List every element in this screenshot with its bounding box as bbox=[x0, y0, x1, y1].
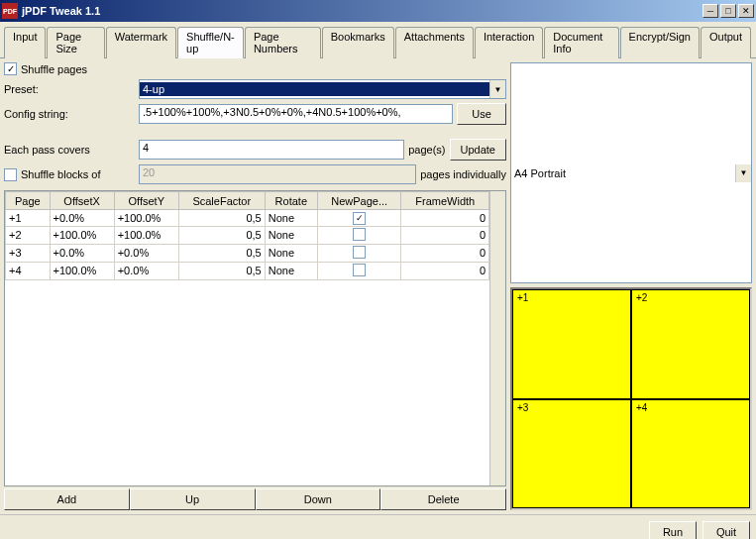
shuffle-blocks-input: 20 bbox=[139, 164, 416, 184]
pages-label: page(s) bbox=[408, 144, 445, 156]
tab-interaction[interactable]: Interaction bbox=[475, 27, 543, 58]
footer: Run Quit bbox=[0, 514, 756, 539]
tab-watermark[interactable]: Watermark bbox=[106, 27, 176, 58]
tab-encrypt-sign[interactable]: Encrypt/Sign bbox=[620, 27, 700, 58]
tab-bookmarks[interactable]: Bookmarks bbox=[322, 27, 394, 58]
shuffle-blocks-label: Shuffle blocks of bbox=[21, 168, 135, 180]
config-string-input[interactable]: .5+100%+100%,+3N0.5+0%+0%,+4N0.5+100%+0%… bbox=[139, 104, 453, 124]
preset-value: 4-up bbox=[140, 82, 489, 96]
each-pass-label: Each pass covers bbox=[4, 144, 135, 156]
tab-bar: Input Page Size Watermark Shuffle/N-up P… bbox=[0, 22, 756, 58]
shuffle-pages-checkbox[interactable]: ✓ bbox=[4, 62, 17, 75]
app-icon: PDF bbox=[2, 3, 18, 19]
shuffle-table: Page OffsetX OffsetY ScaleFactor Rotate … bbox=[4, 190, 506, 486]
table-row[interactable]: +2+100.0%+100.0%0,5None0 bbox=[6, 226, 489, 244]
newpage-checkbox[interactable] bbox=[353, 264, 366, 276]
use-button[interactable]: Use bbox=[457, 103, 506, 125]
col-framewidth[interactable]: FrameWidth bbox=[401, 192, 489, 210]
quit-button[interactable]: Quit bbox=[702, 521, 750, 539]
titlebar: PDF jPDF Tweak 1.1 ─ □ ✕ bbox=[0, 0, 756, 22]
update-button[interactable]: Update bbox=[450, 139, 506, 161]
close-button[interactable]: ✕ bbox=[738, 4, 754, 18]
table-row[interactable]: +3+0.0%+0.0%0,5None0 bbox=[6, 244, 489, 262]
minimize-button[interactable]: ─ bbox=[702, 4, 718, 18]
add-button[interactable]: Add bbox=[4, 488, 130, 510]
config-string-label: Config string: bbox=[4, 108, 135, 120]
maximize-button[interactable]: □ bbox=[720, 4, 736, 18]
each-pass-input[interactable]: 4 bbox=[139, 140, 404, 160]
shuffle-blocks-checkbox[interactable] bbox=[4, 168, 17, 181]
chevron-down-icon[interactable]: ▼ bbox=[489, 80, 505, 98]
tab-attachments[interactable]: Attachments bbox=[395, 27, 474, 58]
preview-cell-1: +1 bbox=[512, 289, 631, 399]
newpage-checkbox[interactable]: ✓ bbox=[353, 212, 366, 225]
tab-shuffle-nup[interactable]: Shuffle/N-up bbox=[177, 27, 244, 58]
preview-cell-3: +3 bbox=[512, 399, 631, 509]
page-format-value: A4 Portrait bbox=[511, 166, 735, 180]
tab-input[interactable]: Input bbox=[4, 27, 46, 58]
col-rotate[interactable]: Rotate bbox=[265, 192, 317, 210]
page-format-dropdown[interactable]: A4 Portrait ▼ bbox=[510, 62, 752, 283]
pages-individually-label: pages individually bbox=[420, 168, 506, 180]
chevron-down-icon[interactable]: ▼ bbox=[735, 164, 751, 182]
col-newpage[interactable]: NewPage... bbox=[317, 192, 401, 210]
window-title: jPDF Tweak 1.1 bbox=[22, 5, 701, 17]
preview-cell-4: +4 bbox=[631, 399, 750, 509]
delete-button[interactable]: Delete bbox=[380, 488, 506, 510]
preview-cell-2: +2 bbox=[631, 289, 750, 399]
table-row[interactable]: +4+100.0%+0.0%0,5None0 bbox=[6, 262, 489, 279]
shuffle-pages-label: Shuffle pages bbox=[21, 63, 87, 75]
newpage-checkbox[interactable] bbox=[353, 246, 366, 259]
col-page[interactable]: Page bbox=[6, 192, 51, 210]
col-offsetx[interactable]: OffsetX bbox=[50, 192, 114, 210]
run-button[interactable]: Run bbox=[649, 521, 697, 539]
tab-page-numbers[interactable]: Page Numbers bbox=[245, 27, 321, 58]
col-scalefactor[interactable]: ScaleFactor bbox=[178, 192, 265, 210]
preset-dropdown[interactable]: 4-up ▼ bbox=[139, 79, 506, 99]
preset-label: Preset: bbox=[4, 83, 135, 95]
newpage-checkbox[interactable] bbox=[353, 228, 366, 241]
tab-output[interactable]: Output bbox=[701, 27, 751, 58]
table-row[interactable]: +1+0.0%+100.0%0,5None✓0 bbox=[6, 210, 489, 227]
up-button[interactable]: Up bbox=[130, 488, 256, 510]
tab-document-info[interactable]: Document Info bbox=[544, 27, 618, 58]
down-button[interactable]: Down bbox=[256, 488, 381, 510]
table-scrollbar[interactable] bbox=[489, 191, 505, 485]
page-preview: +1 +2 +3 +4 bbox=[510, 287, 752, 510]
tab-page-size[interactable]: Page Size bbox=[47, 27, 104, 58]
col-offsety[interactable]: OffsetY bbox=[114, 192, 178, 210]
